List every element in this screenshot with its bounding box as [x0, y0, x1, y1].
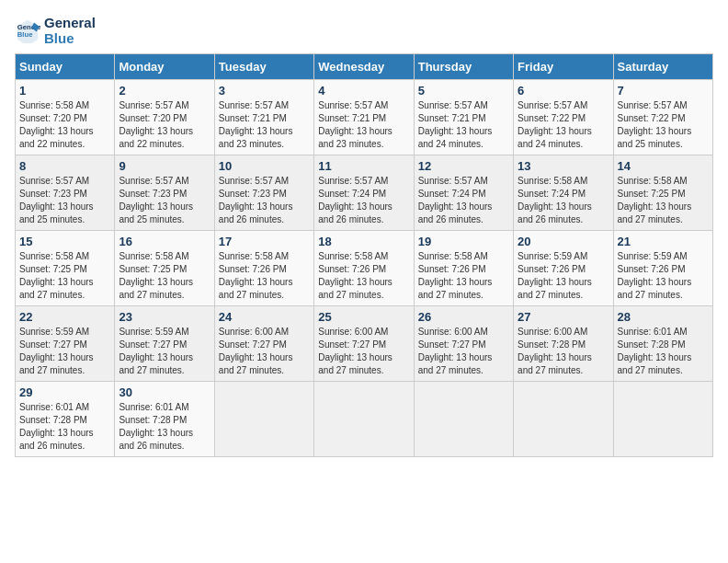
calendar-cell: 24Sunrise: 6:00 AM Sunset: 7:27 PM Dayli… — [214, 306, 313, 382]
day-info: Sunrise: 5:59 AM Sunset: 7:26 PM Dayligh… — [518, 250, 609, 302]
day-info: Sunrise: 5:57 AM Sunset: 7:21 PM Dayligh… — [418, 99, 509, 151]
day-number: 5 — [418, 84, 509, 98]
day-number: 16 — [119, 235, 210, 248]
day-number: 13 — [518, 159, 609, 173]
calendar-cell: 11Sunrise: 5:57 AM Sunset: 7:24 PM Dayli… — [314, 155, 414, 231]
day-info: Sunrise: 5:58 AM Sunset: 7:24 PM Dayligh… — [518, 175, 609, 226]
day-info: Sunrise: 5:59 AM Sunset: 7:27 PM Dayligh… — [119, 326, 210, 377]
day-number: 9 — [119, 159, 210, 173]
day-info: Sunrise: 5:58 AM Sunset: 7:26 PM Dayligh… — [219, 250, 310, 302]
calendar-cell: 14Sunrise: 5:58 AM Sunset: 7:25 PM Dayli… — [613, 155, 712, 231]
day-number: 8 — [19, 159, 110, 173]
calendar-cell: 6Sunrise: 5:57 AM Sunset: 7:22 PM Daylig… — [514, 80, 613, 155]
calendar-cell — [613, 382, 712, 457]
calendar-cell — [414, 382, 513, 457]
day-number: 1 — [19, 84, 110, 98]
day-info: Sunrise: 6:00 AM Sunset: 7:27 PM Dayligh… — [318, 326, 409, 377]
day-number: 27 — [518, 310, 609, 324]
day-number: 29 — [19, 385, 110, 399]
calendar-cell: 8Sunrise: 5:57 AM Sunset: 7:23 PM Daylig… — [16, 155, 115, 231]
weekday-header-saturday: Saturday — [613, 54, 712, 80]
day-number: 23 — [119, 310, 210, 324]
calendar-cell: 28Sunrise: 6:01 AM Sunset: 7:28 PM Dayli… — [613, 306, 712, 382]
logo-line1: General — [44, 15, 96, 30]
day-number: 6 — [518, 84, 609, 98]
calendar-cell: 3Sunrise: 5:57 AM Sunset: 7:21 PM Daylig… — [214, 80, 313, 155]
day-number: 7 — [618, 84, 709, 98]
calendar-cell: 19Sunrise: 5:58 AM Sunset: 7:26 PM Dayli… — [414, 231, 513, 306]
calendar-cell — [214, 382, 313, 457]
header: General Blue General Blue — [15, 15, 713, 46]
weekday-header-wednesday: Wednesday — [314, 54, 414, 80]
day-number: 12 — [418, 159, 509, 173]
calendar-cell: 9Sunrise: 5:57 AM Sunset: 7:23 PM Daylig… — [115, 155, 214, 231]
calendar-cell: 25Sunrise: 6:00 AM Sunset: 7:27 PM Dayli… — [314, 306, 414, 382]
day-number: 19 — [418, 235, 509, 248]
day-number: 21 — [618, 235, 709, 248]
day-info: Sunrise: 5:57 AM Sunset: 7:23 PM Dayligh… — [119, 175, 210, 226]
day-info: Sunrise: 5:57 AM Sunset: 7:21 PM Dayligh… — [318, 99, 409, 151]
day-info: Sunrise: 5:58 AM Sunset: 7:26 PM Dayligh… — [318, 250, 409, 302]
calendar-cell: 1Sunrise: 5:58 AM Sunset: 7:20 PM Daylig… — [16, 80, 115, 155]
day-number: 26 — [418, 310, 509, 324]
day-info: Sunrise: 5:57 AM Sunset: 7:23 PM Dayligh… — [19, 175, 110, 226]
day-info: Sunrise: 5:59 AM Sunset: 7:27 PM Dayligh… — [19, 326, 110, 377]
day-info: Sunrise: 6:00 AM Sunset: 7:27 PM Dayligh… — [219, 326, 310, 377]
day-number: 18 — [318, 235, 409, 248]
calendar-cell: 18Sunrise: 5:58 AM Sunset: 7:26 PM Dayli… — [314, 231, 414, 306]
day-info: Sunrise: 6:01 AM Sunset: 7:28 PM Dayligh… — [19, 401, 110, 453]
calendar-cell: 7Sunrise: 5:57 AM Sunset: 7:22 PM Daylig… — [613, 80, 712, 155]
logo-line2: Blue — [44, 30, 96, 46]
day-info: Sunrise: 5:57 AM Sunset: 7:23 PM Dayligh… — [219, 175, 310, 226]
day-info: Sunrise: 5:58 AM Sunset: 7:25 PM Dayligh… — [19, 250, 110, 302]
calendar-cell: 17Sunrise: 5:58 AM Sunset: 7:26 PM Dayli… — [214, 231, 313, 306]
calendar-cell: 13Sunrise: 5:58 AM Sunset: 7:24 PM Dayli… — [514, 155, 613, 231]
day-info: Sunrise: 5:57 AM Sunset: 7:20 PM Dayligh… — [119, 99, 210, 151]
day-info: Sunrise: 5:58 AM Sunset: 7:20 PM Dayligh… — [19, 99, 110, 151]
weekday-header-tuesday: Tuesday — [214, 54, 313, 80]
calendar-cell — [514, 382, 613, 457]
calendar-cell: 16Sunrise: 5:58 AM Sunset: 7:25 PM Dayli… — [115, 231, 214, 306]
logo-icon: General Blue — [15, 17, 40, 43]
weekday-header-monday: Monday — [115, 54, 214, 80]
calendar-cell: 21Sunrise: 5:59 AM Sunset: 7:26 PM Dayli… — [613, 231, 712, 306]
day-number: 17 — [219, 235, 310, 248]
day-number: 3 — [219, 84, 310, 98]
weekday-header-sunday: Sunday — [16, 54, 115, 80]
day-number: 22 — [19, 310, 110, 324]
day-info: Sunrise: 6:01 AM Sunset: 7:28 PM Dayligh… — [618, 326, 709, 377]
day-number: 20 — [518, 235, 609, 248]
calendar-cell: 20Sunrise: 5:59 AM Sunset: 7:26 PM Dayli… — [514, 231, 613, 306]
calendar-cell: 15Sunrise: 5:58 AM Sunset: 7:25 PM Dayli… — [16, 231, 115, 306]
day-info: Sunrise: 5:58 AM Sunset: 7:25 PM Dayligh… — [618, 175, 709, 226]
day-number: 24 — [219, 310, 310, 324]
logo: General Blue General Blue — [15, 15, 96, 46]
day-number: 25 — [318, 310, 409, 324]
day-info: Sunrise: 5:58 AM Sunset: 7:25 PM Dayligh… — [119, 250, 210, 302]
day-info: Sunrise: 5:57 AM Sunset: 7:22 PM Dayligh… — [518, 99, 609, 151]
calendar-cell: 12Sunrise: 5:57 AM Sunset: 7:24 PM Dayli… — [414, 155, 513, 231]
day-number: 2 — [119, 84, 210, 98]
day-number: 4 — [318, 84, 409, 98]
calendar-cell: 26Sunrise: 6:00 AM Sunset: 7:27 PM Dayli… — [414, 306, 513, 382]
svg-text:Blue: Blue — [17, 30, 33, 39]
calendar-cell: 27Sunrise: 6:00 AM Sunset: 7:28 PM Dayli… — [514, 306, 613, 382]
day-info: Sunrise: 5:59 AM Sunset: 7:26 PM Dayligh… — [618, 250, 709, 302]
calendar-cell: 29Sunrise: 6:01 AM Sunset: 7:28 PM Dayli… — [16, 382, 115, 457]
calendar-cell — [314, 382, 414, 457]
day-number: 14 — [618, 159, 709, 173]
day-info: Sunrise: 6:01 AM Sunset: 7:28 PM Dayligh… — [119, 401, 210, 453]
calendar-cell: 30Sunrise: 6:01 AM Sunset: 7:28 PM Dayli… — [115, 382, 214, 457]
day-number: 30 — [119, 385, 210, 399]
day-info: Sunrise: 5:57 AM Sunset: 7:21 PM Dayligh… — [219, 99, 310, 151]
day-number: 15 — [19, 235, 110, 248]
day-info: Sunrise: 6:00 AM Sunset: 7:28 PM Dayligh… — [518, 326, 609, 377]
day-info: Sunrise: 5:57 AM Sunset: 7:22 PM Dayligh… — [618, 99, 709, 151]
calendar-cell: 4Sunrise: 5:57 AM Sunset: 7:21 PM Daylig… — [314, 80, 414, 155]
day-info: Sunrise: 5:57 AM Sunset: 7:24 PM Dayligh… — [318, 175, 409, 226]
weekday-header-thursday: Thursday — [414, 54, 513, 80]
calendar-cell: 2Sunrise: 5:57 AM Sunset: 7:20 PM Daylig… — [115, 80, 214, 155]
calendar-cell: 23Sunrise: 5:59 AM Sunset: 7:27 PM Dayli… — [115, 306, 214, 382]
calendar-cell: 10Sunrise: 5:57 AM Sunset: 7:23 PM Dayli… — [214, 155, 313, 231]
calendar-cell: 22Sunrise: 5:59 AM Sunset: 7:27 PM Dayli… — [16, 306, 115, 382]
